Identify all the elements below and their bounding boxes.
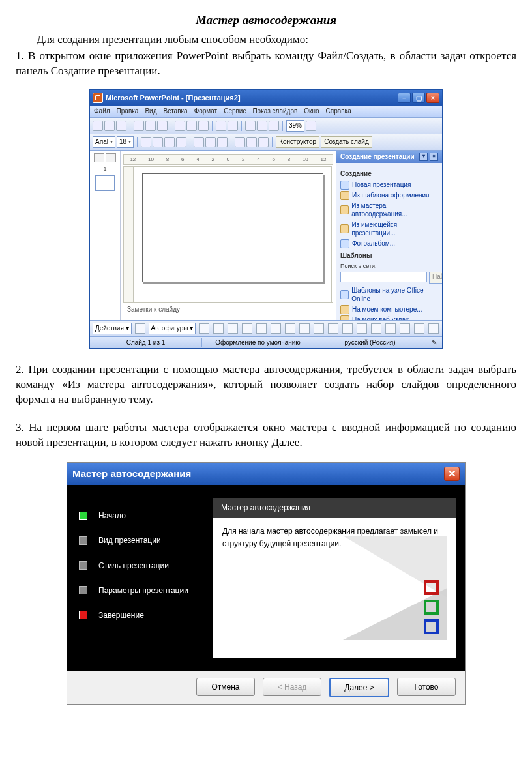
back-button[interactable]: < Назад [263,678,321,696]
bold-icon[interactable] [141,137,151,147]
redo-icon[interactable] [228,121,238,131]
deco-square-blue-icon [424,619,439,634]
wizard-step-type[interactable]: Вид презентации [79,533,203,547]
wizard-button-row: Отмена < Назад Далее > Готово [67,671,465,704]
shadow-style-icon[interactable] [414,323,424,334]
slide-thumbnail[interactable] [95,175,115,191]
align-right-icon[interactable] [217,137,228,147]
decrease-font-icon[interactable] [258,137,269,147]
designer-button[interactable]: Конструктор [276,136,319,148]
print-icon[interactable] [134,121,144,131]
wizard-step-start[interactable]: Начало [79,508,203,523]
wordart-icon[interactable] [271,323,281,334]
table-icon[interactable] [257,121,267,131]
task-pane-close-icon[interactable]: × [430,153,438,161]
arrow-icon[interactable] [213,323,224,334]
bullets-icon[interactable] [235,137,245,147]
preview-icon[interactable] [145,121,156,131]
slides-tab-icon[interactable] [106,153,116,162]
status-slide-number: Слайд 1 из 1 [90,338,202,347]
status-spellcheck-icon[interactable]: ✎ [426,338,442,347]
shadow-icon[interactable] [176,137,186,147]
menu-format[interactable]: Формат [194,107,218,116]
cut-icon[interactable] [175,121,185,131]
font-size-combo[interactable]: 18 [117,136,134,148]
formatting-toolbar: Arial 18 Конструктор Создать слайд [90,134,442,151]
tp-link-my-computer[interactable]: На моем компьютере... [340,305,438,314]
tp-link-wizard[interactable]: Из мастера автосодержания... [340,201,438,219]
menu-help[interactable]: Справка [326,107,351,116]
close-button[interactable]: × [426,93,439,103]
clipart-icon[interactable] [299,323,310,334]
actions-menu[interactable]: Действия ▾ [93,323,132,334]
minimize-button[interactable]: – [398,93,411,103]
wizard-steps: Начало Вид презентации Стиль презентации… [79,498,203,658]
tp-search-input[interactable] [340,272,427,282]
chart-icon[interactable] [245,121,256,131]
wizard-step-params[interactable]: Параметры презентации [79,583,203,598]
line-color-icon[interactable] [342,323,353,334]
oval-icon[interactable] [242,323,252,334]
new-slide-button[interactable]: Создать слайд [321,136,372,148]
arrow-style-icon[interactable] [400,323,410,334]
diagram-icon[interactable] [285,323,295,334]
fill-color-icon[interactable] [328,323,338,334]
next-button[interactable]: Далее > [329,678,389,697]
new-icon[interactable] [93,121,103,131]
tp-link-template[interactable]: Из шаблона оформления [340,191,438,200]
tp-search-button[interactable]: Найти [429,272,442,284]
italic-icon[interactable] [153,137,163,147]
cancel-button[interactable]: Отмена [196,678,255,696]
window-titlebar: Microsoft PowerPoint - [Презентация2] – … [90,90,442,106]
align-center-icon[interactable] [205,137,216,147]
menu-view[interactable]: Вид [145,107,156,116]
textbox-icon[interactable] [256,323,267,334]
wizard-close-button[interactable]: ✕ [444,467,460,481]
rect-icon[interactable] [228,323,238,334]
slide[interactable] [142,173,323,282]
help-icon[interactable] [306,121,316,131]
zoom-combo[interactable]: 39% [286,120,304,132]
open-icon[interactable] [104,121,115,131]
autoshapes-menu[interactable]: Автофигуры ▾ [149,323,196,334]
threeD-icon[interactable] [428,323,439,334]
save-icon[interactable] [116,121,126,131]
copy-icon[interactable] [186,121,197,131]
tp-link-my-sites[interactable]: На моих веб-узлах... [340,315,438,320]
spellcheck-icon[interactable] [157,121,168,131]
wizard-step-finish[interactable]: Завершение [79,608,203,622]
select-icon[interactable] [135,323,145,334]
menu-insert[interactable]: Вставка [163,107,187,116]
hyperlink-icon[interactable] [269,121,279,131]
font-name-combo[interactable]: Arial [93,136,115,148]
menu-edit[interactable]: Правка [117,107,139,116]
notes-pane[interactable]: Заметки к слайду [123,302,333,320]
wizard-step-style[interactable]: Стиль презентации [79,559,203,573]
task-pane-dropdown-icon[interactable]: ▾ [419,153,428,161]
menu-file[interactable]: Файл [94,107,110,116]
picture-icon[interactable] [314,323,324,334]
align-left-icon[interactable] [194,137,204,147]
maximize-button[interactable]: ▢ [412,93,425,103]
underline-icon[interactable] [164,137,175,147]
undo-icon[interactable] [216,121,226,131]
task-pane-title: Создание презентации ▾ × [336,151,442,164]
paste-icon[interactable] [198,121,209,131]
menu-slideshow[interactable]: Показ слайдов [252,107,297,116]
menu-tools[interactable]: Сервис [224,107,246,116]
slide-canvas[interactable] [134,166,332,302]
outline-tab-icon[interactable] [94,153,104,162]
tp-link-album[interactable]: Фотоальбом... [340,239,438,248]
finish-button[interactable]: Готово [397,678,456,696]
standard-toolbar: 39% [90,118,442,134]
line-style-icon[interactable] [371,323,381,334]
dash-style-icon[interactable] [385,323,396,334]
horizontal-ruler: 12108642024681012 [123,154,333,165]
increase-font-icon[interactable] [246,137,257,147]
tp-link-office-online[interactable]: Шаблоны на узле Office Online [340,286,438,304]
menu-window[interactable]: Окно [304,107,319,116]
font-color-icon[interactable] [357,323,367,334]
tp-link-new[interactable]: Новая презентация [340,181,438,190]
tp-link-existing[interactable]: Из имеющейся презентации... [340,220,438,238]
line-icon[interactable] [199,323,209,334]
